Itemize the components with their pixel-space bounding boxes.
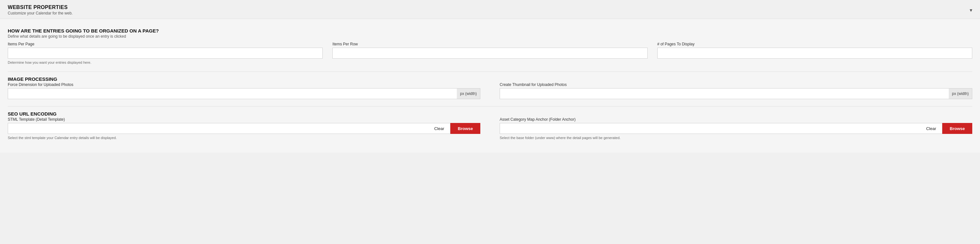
divider-2 xyxy=(8,106,972,106)
image-title: IMAGE PROCESSING xyxy=(8,76,972,82)
page-wrapper: WEBSITE PROPERTIES Customize your Calend… xyxy=(0,0,980,244)
pages-to-display-input[interactable] xyxy=(657,48,972,59)
image-two-col: Force Dimension for Uploaded Photos px (… xyxy=(8,82,972,99)
create-thumbnail-input-group: px (width) xyxy=(500,88,972,99)
stml-template-label: STML Template (Detail Template) xyxy=(8,117,480,122)
page-title: WEBSITE PROPERTIES xyxy=(8,5,73,10)
stml-browse-button[interactable]: Browse xyxy=(450,123,480,134)
organization-fields-row: Items Per Page Items Per Row # of Pages … xyxy=(8,42,972,59)
seo-title: SEO URL ENCODING xyxy=(8,111,972,117)
asset-category-note: Select the base folder (under www) where… xyxy=(500,136,972,140)
items-per-row-label: Items Per Row xyxy=(332,42,648,46)
organization-title: HOW ARE THE ENTRIES GOING TO BE ORGANIZE… xyxy=(8,28,972,33)
seo-right-col: Asset Category Map Anchor (Folder Anchor… xyxy=(500,117,972,140)
page-subtitle: Customize your Calendar for the web. xyxy=(8,11,73,16)
pages-to-display-label: # of Pages To Display xyxy=(657,42,972,46)
section-image: IMAGE PROCESSING Force Dimension for Upl… xyxy=(8,76,972,99)
items-per-page-label: Items Per Page xyxy=(8,42,323,46)
create-thumbnail-label: Create Thumbnail for Uploaded Photos xyxy=(500,82,972,87)
create-thumbnail-input[interactable] xyxy=(500,88,949,99)
organization-note: Determine how you want your entries disp… xyxy=(8,60,972,64)
create-thumbnail-suffix: px (width) xyxy=(949,88,972,99)
pages-to-display-group: # of Pages To Display xyxy=(657,42,972,59)
force-dimension-suffix: px (width) xyxy=(457,88,480,99)
section-organization: HOW ARE THE ENTRIES GOING TO BE ORGANIZE… xyxy=(8,28,972,64)
header-title-block: WEBSITE PROPERTIES Customize your Calend… xyxy=(8,5,73,16)
asset-category-browse-button[interactable]: Browse xyxy=(942,123,972,134)
stml-template-input[interactable] xyxy=(8,123,428,134)
header-section: WEBSITE PROPERTIES Customize your Calend… xyxy=(0,0,980,19)
content-area: HOW ARE THE ENTRIES GOING TO BE ORGANIZE… xyxy=(0,19,980,152)
stml-note: Select the stml template your Calendar e… xyxy=(8,136,480,140)
asset-category-input[interactable] xyxy=(500,123,920,134)
asset-category-label: Asset Category Map Anchor (Folder Anchor… xyxy=(500,117,972,122)
seo-two-col: STML Template (Detail Template) Clear Br… xyxy=(8,117,972,140)
seo-left-col: STML Template (Detail Template) Clear Br… xyxy=(8,117,480,140)
stml-template-input-group: Clear Browse xyxy=(8,123,480,134)
force-dimension-label: Force Dimension for Uploaded Photos xyxy=(8,82,480,87)
collapse-icon[interactable]: ▾ xyxy=(970,7,972,13)
organization-subtitle: Define what details are going to be disp… xyxy=(8,34,972,39)
stml-clear-button[interactable]: Clear xyxy=(428,123,450,134)
image-left-col: Force Dimension for Uploaded Photos px (… xyxy=(8,82,480,99)
image-right-col: Create Thumbnail for Uploaded Photos px … xyxy=(500,82,972,99)
items-per-page-group: Items Per Page xyxy=(8,42,332,59)
asset-category-input-group: Clear Browse xyxy=(500,123,972,134)
divider-1 xyxy=(8,71,972,72)
items-per-page-input[interactable] xyxy=(8,48,323,59)
force-dimension-input[interactable] xyxy=(8,88,457,99)
force-dimension-input-group: px (width) xyxy=(8,88,480,99)
asset-category-clear-button[interactable]: Clear xyxy=(920,123,942,134)
items-per-row-input[interactable] xyxy=(332,48,648,59)
section-seo: SEO URL ENCODING STML Template (Detail T… xyxy=(8,111,972,140)
items-per-row-group: Items Per Row xyxy=(332,42,657,59)
